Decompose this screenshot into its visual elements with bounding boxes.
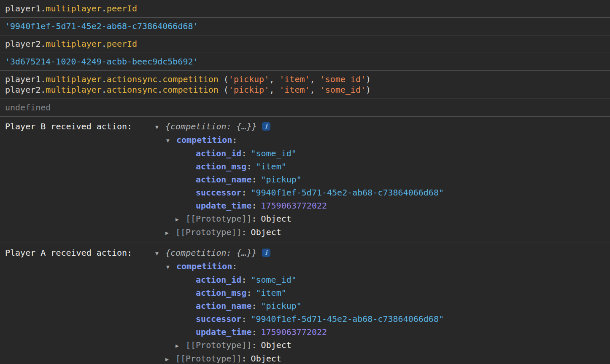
input-token: .: [102, 3, 107, 13]
console-log-row: Player A received action: ▼{competition:…: [0, 243, 610, 364]
tree-property-row: successor:"9940f1ef-5d71-45e2-ab68-c7386…: [186, 186, 605, 199]
input-token: .: [102, 39, 107, 49]
console-input-line[interactable]: player1.multiplayer.peerId: [5, 3, 605, 14]
property-value-number: 1759063772022: [261, 201, 327, 211]
input-token: ,: [310, 85, 320, 95]
tree-node-competition[interactable]: ▼competition:: [166, 134, 605, 147]
input-token-string: 'item': [279, 85, 310, 95]
property-value-string: "pickup": [261, 174, 302, 185]
prototype-value: Object: [251, 353, 281, 364]
console-input-line[interactable]: player2.multiplayer.actionsync.competiti…: [5, 85, 605, 95]
input-token: .: [157, 74, 162, 84]
colon: :: [232, 261, 237, 271]
disclosure-triangle-down-icon[interactable]: ▼: [166, 134, 175, 147]
property-key: action_id: [196, 275, 241, 285]
console-input-row: player2.multiplayer.peerId: [0, 35, 610, 53]
input-token-property: peerId: [107, 39, 137, 49]
input-token-string: 'pickup': [229, 74, 269, 84]
property-key: update_time: [196, 201, 251, 211]
property-value-string: "item": [256, 288, 286, 298]
tree-property-row: update_time:1759063772022: [186, 326, 605, 339]
object-preview[interactable]: {competition: {…}}: [165, 121, 257, 131]
property-key: action_id: [196, 148, 241, 158]
tree-property-row: update_time:1759063772022: [186, 199, 605, 212]
property-value-string: "some_id": [251, 275, 296, 285]
input-token: ,: [310, 74, 320, 84]
input-token: player1: [5, 3, 40, 13]
result-undefined: undefined: [5, 102, 51, 112]
console-result-row: '3d675214-1020-4249-acbb-beec9dc5b692': [0, 53, 610, 71]
prototype-value: Object: [261, 340, 292, 350]
prototype-label: [[Prototype]]: [175, 227, 242, 237]
colon: :: [246, 288, 251, 298]
colon: :: [246, 161, 251, 171]
disclosure-triangle-down-icon[interactable]: ▼: [155, 247, 164, 260]
input-token-property: multiplayer: [46, 85, 101, 95]
property-key: update_time: [196, 327, 251, 337]
colon: :: [241, 275, 246, 285]
object-preview-line: ▼{competition: {…}}i: [155, 246, 605, 260]
input-token-property: peerId: [107, 3, 137, 13]
disclosure-triangle-right-icon[interactable]: ▶: [165, 353, 174, 364]
input-token: .: [40, 85, 46, 95]
property-value-number: 1759063772022: [261, 327, 327, 337]
disclosure-triangle-down-icon[interactable]: ▼: [155, 120, 164, 134]
colon: :: [251, 301, 256, 311]
info-icon[interactable]: i: [262, 249, 270, 257]
property-key: action_msg: [196, 288, 246, 298]
tree-prototype-row[interactable]: ▶[[Prototype]]:Object: [175, 339, 605, 352]
colon: :: [242, 227, 247, 237]
colon: :: [251, 327, 256, 337]
property-key: action_name: [196, 301, 251, 311]
prototype-label: [[Prototype]]: [175, 353, 242, 364]
colon: :: [242, 353, 247, 364]
tree-prototype-row[interactable]: ▶[[Prototype]]:Object: [165, 352, 605, 364]
input-token-property: competition: [162, 85, 218, 95]
input-token: player2: [5, 39, 40, 49]
property-value-string: "some_id": [251, 148, 296, 158]
tree-property-row: action_id:"some_id": [186, 147, 605, 160]
console-input-line[interactable]: player1.multiplayer.actionsync.competiti…: [5, 74, 605, 85]
input-token: (: [219, 74, 229, 84]
colon: :: [252, 214, 257, 224]
input-token-property: competition: [162, 74, 218, 84]
prototype-label: [[Prototype]]: [186, 214, 252, 224]
tree-property-row: action_name:"pickup": [186, 173, 605, 186]
property-value-string: "item": [256, 161, 286, 171]
colon: :: [251, 174, 256, 185]
console-log-row: Player B received action: ▼{competition:…: [0, 117, 610, 243]
tree-property-row: action_msg:"item": [186, 160, 605, 173]
tree-prototype-row[interactable]: ▶[[Prototype]]:Object: [175, 212, 605, 226]
object-preview[interactable]: {competition: {…}}: [165, 248, 257, 258]
input-token: ): [366, 85, 371, 95]
console-input-line[interactable]: player2.multiplayer.peerId: [5, 39, 605, 49]
result-string-value[interactable]: '9940f1ef-5d71-45e2-ab68-c73864066d68': [5, 21, 198, 31]
object-tree: ▼{competition: {…}}i ▼competition: actio…: [155, 120, 605, 239]
property-key: competition: [176, 261, 232, 271]
prototype-value: Object: [261, 214, 292, 224]
info-icon[interactable]: i: [262, 122, 270, 131]
input-token-string: 'some_id': [320, 85, 366, 95]
input-token: (: [219, 85, 229, 95]
tree-property-row: action_id:"some_id": [186, 273, 605, 286]
disclosure-triangle-right-icon[interactable]: ▶: [175, 213, 184, 226]
input-token-property: multiplayer: [46, 74, 101, 84]
colon: :: [241, 148, 246, 158]
input-token: .: [40, 74, 46, 84]
disclosure-triangle-right-icon[interactable]: ▶: [175, 339, 184, 352]
disclosure-triangle-down-icon[interactable]: ▼: [166, 260, 175, 273]
disclosure-triangle-right-icon[interactable]: ▶: [165, 226, 174, 239]
input-token-string: 'item': [279, 74, 310, 84]
result-string-value[interactable]: '3d675214-1020-4249-acbb-beec9dc5b692': [5, 56, 198, 67]
input-token: ,: [269, 85, 279, 95]
input-token-property: multiplayer: [46, 3, 101, 13]
input-token: ): [366, 74, 371, 84]
tree-property-row: action_name:"pickup": [186, 300, 605, 313]
property-key: competition: [176, 135, 232, 145]
property-value-string: "pickup": [261, 301, 302, 311]
tree-node-competition[interactable]: ▼competition:: [166, 260, 605, 273]
console-input-row: player1.multiplayer.actionsync.competiti…: [0, 71, 610, 99]
property-key: successor: [196, 187, 241, 198]
input-token: .: [102, 74, 107, 84]
tree-prototype-row[interactable]: ▶[[Prototype]]:Object: [165, 226, 605, 239]
